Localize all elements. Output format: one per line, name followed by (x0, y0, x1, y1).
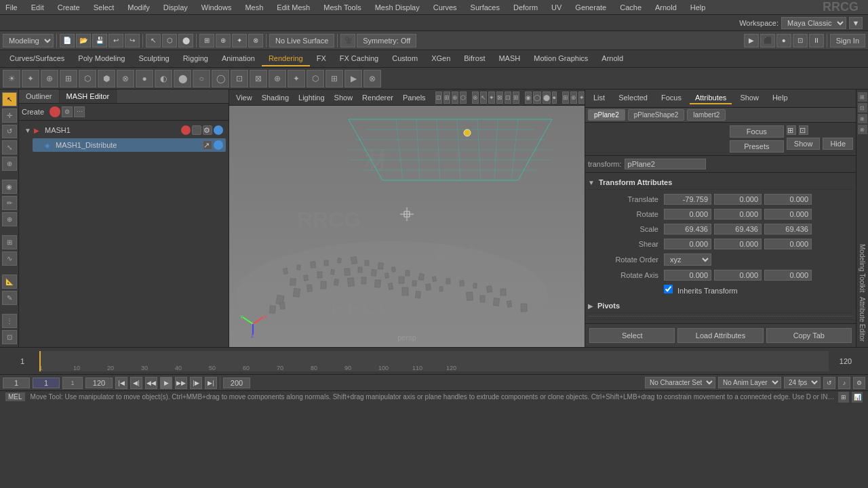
mel-indicator[interactable]: MEL (5, 392, 25, 401)
translate-z[interactable] (764, 194, 812, 205)
scale-z[interactable] (764, 224, 812, 235)
expand-icon[interactable]: ⊞ (787, 125, 796, 135)
multi-tool[interactable]: ⊕ (2, 157, 17, 171)
status-icon-1[interactable]: ⊞ (838, 392, 849, 403)
shelf-icon-16[interactable]: ✦ (288, 70, 305, 87)
display-menu[interactable]: Display (161, 2, 191, 13)
shelf-icon-9[interactable]: ◐ (155, 70, 172, 87)
render3-btn[interactable]: ● (776, 34, 791, 47)
vp-icon-5[interactable]: ⊗ (472, 92, 479, 104)
vp-icon-7[interactable]: ✦ (488, 92, 495, 104)
vp-icon-17[interactable]: ✦ (578, 92, 585, 104)
prev-frame-btn[interactable]: ◀◀ (145, 377, 157, 389)
range-start-field[interactable] (3, 378, 30, 388)
right-mini-btn-1[interactable]: ⊞ (858, 92, 867, 102)
dist-arrow-icon[interactable]: ↗ (203, 140, 212, 150)
rotate-y[interactable] (714, 209, 762, 220)
inherits-transform-checkbox[interactable] (664, 285, 673, 293)
current-frame-display[interactable] (33, 378, 60, 388)
shading-menu[interactable]: Shading (258, 92, 293, 103)
arnold-menu[interactable]: Arnold (652, 2, 679, 13)
tab-bifrost[interactable]: Bifrost (457, 52, 492, 66)
hide-btn[interactable]: Hide (823, 138, 853, 150)
shelf-icon-4[interactable]: ⊞ (60, 70, 77, 87)
deform-menu[interactable]: Deform (511, 2, 540, 13)
attrs-tab-attributes[interactable]: Attributes (690, 92, 732, 104)
extras-tool[interactable]: ⋮ (2, 314, 17, 328)
attrs-tab-focus[interactable]: Focus (656, 92, 687, 104)
rotate-axis-z[interactable] (764, 270, 812, 281)
rotate-axis-y[interactable] (714, 270, 762, 281)
annotate-tool[interactable]: ✎ (2, 291, 17, 305)
right-mini-btn-2[interactable]: ⊡ (858, 103, 867, 113)
timeline-ruler[interactable]: 1 10 20 30 40 50 60 70 80 90 100 110 120 (39, 351, 829, 371)
tab-arnold[interactable]: Arnold (595, 52, 630, 66)
tab-animation[interactable]: Animation (215, 52, 262, 66)
next-frame-btn[interactable]: ▶▶ (175, 377, 187, 389)
snap4-btn[interactable]: ⊗ (248, 34, 263, 47)
help-menu[interactable]: Help (688, 2, 709, 13)
redo-btn[interactable]: ↪ (125, 34, 140, 47)
step-forward-btn[interactable]: |▶ (190, 377, 202, 389)
tab-mash[interactable]: MASH (492, 52, 527, 66)
loop-btn[interactable]: ↺ (823, 377, 835, 389)
fps-dropdown[interactable]: 24 fps (784, 377, 821, 388)
extras2-tool[interactable]: ⊡ (2, 330, 17, 344)
snap2-btn[interactable]: ⊕ (216, 34, 231, 47)
panels-menu[interactable]: Panels (399, 92, 430, 103)
tree-item-mash1[interactable]: ▼ ▶ MASH1 ⚙ (22, 123, 226, 137)
tab-rendering[interactable]: Rendering (262, 52, 310, 66)
generate-menu[interactable]: Generate (572, 2, 609, 13)
workspace-options-btn[interactable]: ▼ (849, 17, 863, 29)
vp-icon-16[interactable]: ⊕ (570, 92, 577, 104)
rotate-axis-x[interactable] (664, 270, 711, 281)
cache-menu[interactable]: Cache (617, 2, 644, 13)
attrs-tab-selected[interactable]: Selected (613, 92, 653, 104)
snap1-btn[interactable]: ⊞ (199, 34, 214, 47)
presets-btn[interactable]: Presets (730, 140, 784, 152)
vp-icon-4[interactable]: ⬡ (460, 92, 467, 104)
attrs-tab-help[interactable]: Help (767, 92, 793, 104)
mash-add-btn[interactable] (50, 106, 60, 117)
vp-icon-10[interactable]: ⊞ (513, 92, 519, 104)
snap3-btn[interactable]: ✦ (232, 34, 247, 47)
render2-btn[interactable]: ⬛ (760, 34, 775, 47)
rotate-z[interactable] (764, 209, 812, 220)
select-tool[interactable]: ↖ (2, 92, 17, 106)
pivots-header[interactable]: ▶ Pivots (588, 299, 853, 313)
char-set-dropdown[interactable]: No Character Set (645, 377, 715, 388)
rotate-tool[interactable]: ↺ (2, 125, 17, 139)
shelf-icon-20[interactable]: ⊗ (363, 70, 381, 87)
edit-mesh-menu[interactable]: Edit Mesh (274, 2, 313, 13)
vp-icon-8[interactable]: ⊠ (496, 92, 503, 104)
node-tab-pplane2[interactable]: pPlane2 (588, 109, 625, 121)
mash1-vis-icon[interactable] (181, 125, 191, 135)
mash-more-btn[interactable]: ⋯ (74, 106, 85, 117)
paint-tool[interactable]: ✏ (2, 196, 17, 210)
mesh-display-menu[interactable]: Mesh Display (372, 2, 422, 13)
render4-btn[interactable]: ⊡ (793, 34, 808, 47)
shelf-icon-13[interactable]: ⊡ (231, 70, 248, 87)
vp-icon-13[interactable]: ⬤ (542, 92, 551, 104)
tab-fx-caching[interactable]: FX Caching (333, 52, 385, 66)
symmetry-btn[interactable]: Symmetry: Off (357, 34, 416, 47)
paint-btn[interactable]: ⬤ (178, 34, 193, 47)
tab-curves-surfaces[interactable]: Curves/Surfaces (3, 52, 71, 66)
tab-rigging[interactable]: Rigging (176, 52, 215, 66)
move-tool[interactable]: ✛ (2, 108, 17, 123)
vp-icon-12[interactable]: ◯ (533, 92, 541, 104)
shelf-icon-15[interactable]: ⊕ (269, 70, 286, 87)
shelf-icon-8[interactable]: ● (136, 70, 153, 87)
show-btn[interactable]: Show (787, 138, 821, 150)
open-scene-btn[interactable]: 📂 (76, 34, 91, 47)
scale-y[interactable] (714, 224, 762, 235)
vp-icon-14[interactable]: ● (552, 92, 557, 104)
shelf-icon-10[interactable]: ⬤ (174, 70, 191, 87)
renderer-menu[interactable]: Renderer (358, 92, 397, 103)
copy-tab-btn[interactable]: Copy Tab (766, 328, 852, 343)
transform-attrs-header[interactable]: ▼ Transform Attributes (588, 176, 853, 190)
select-menu[interactable]: Select (91, 2, 117, 13)
shelf-icon-3[interactable]: ⊕ (41, 70, 58, 87)
windows-menu[interactable]: Windows (199, 2, 235, 13)
curves-menu[interactable]: Curves (431, 2, 460, 13)
